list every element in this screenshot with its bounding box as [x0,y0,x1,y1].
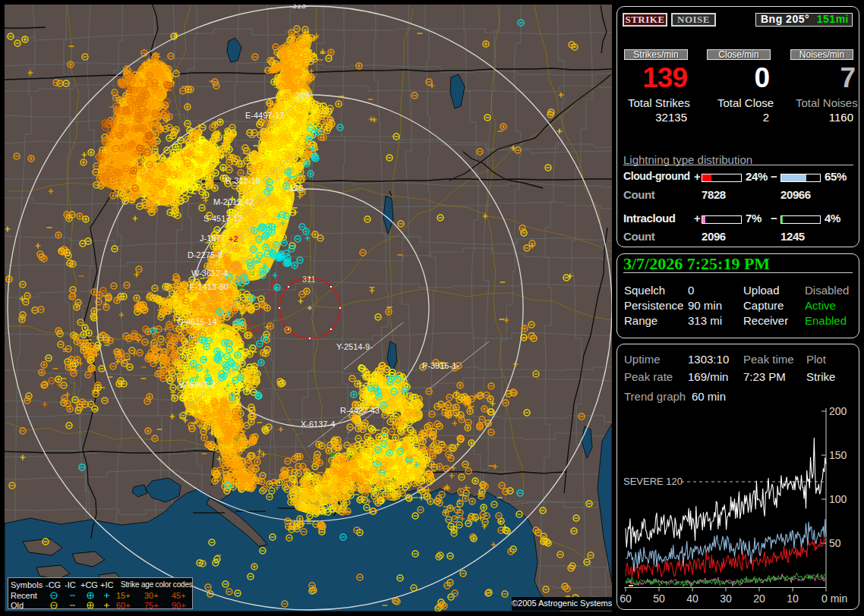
svg-text:P-3915-1-: P-3915-1- [422,361,459,370]
svg-text:+2: +2 [229,234,238,244]
svg-text:-313-: -313- [289,5,309,10]
svg-text:J-1577: J-1577 [200,234,225,243]
svg-text:O-4615-14: O-4615-14 [177,317,217,326]
svg-text:218: 218 [295,91,309,100]
svg-text:R-312-18: R-312-18 [225,176,260,185]
svg-text:E-4497-17: E-4497-17 [245,111,284,120]
svg-text:125: 125 [289,184,303,193]
svg-text:W-3612-4: W-3612-4 [191,269,228,278]
svg-text:S-4517-12: S-4517-12 [203,214,242,223]
svg-text:M-2012-42: M-2012-42 [213,197,254,206]
svg-text:R-4427-43: R-4427-43 [340,406,380,415]
svg-text:D-2275-8: D-2275-8 [188,250,222,259]
svg-text:X-6137-4: X-6137-4 [301,420,335,429]
svg-text:F-1413-30: F-1413-30 [190,282,229,291]
svg-text:311: 311 [302,275,316,284]
svg-text:Y-2514-9-: Y-2514-9- [336,342,373,351]
svg-text:W-5961-2: W-5961-2 [179,380,216,389]
